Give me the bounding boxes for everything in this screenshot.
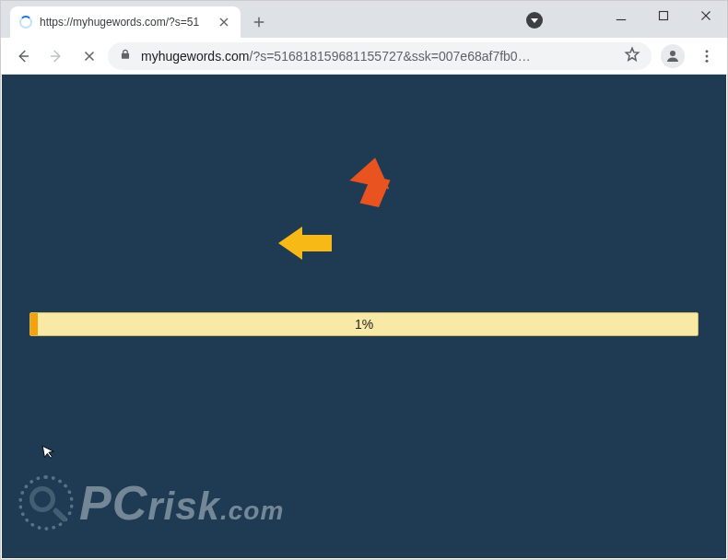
svg-rect-0: [660, 12, 668, 20]
browser-toolbar: myhugewords.com/?s=516818159681155727&ss…: [1, 38, 727, 75]
cursor-icon: [41, 442, 61, 466]
address-bar[interactable]: myhugewords.com/?s=516818159681155727&ss…: [108, 42, 652, 70]
svg-point-1: [670, 51, 675, 56]
browser-titlebar: https://myhugewords.com/?s=51: [1, 1, 727, 38]
page-viewport: 1% PCrisk.com: [2, 75, 726, 558]
new-tab-button[interactable]: [246, 9, 272, 35]
extension-badge-icon[interactable]: [526, 12, 543, 29]
kebab-icon: [699, 48, 715, 64]
close-window-button[interactable]: [685, 1, 727, 30]
watermark-text: PCrisk.com: [79, 475, 284, 531]
tab-title: https://myhugewords.com/?s=51: [40, 16, 209, 29]
stop-reload-button[interactable]: [75, 41, 104, 71]
star-icon: [624, 46, 640, 63]
url-text: myhugewords.com/?s=516818159681155727&ss…: [141, 49, 615, 64]
loading-spinner-icon: [19, 16, 32, 29]
svg-point-2: [706, 50, 709, 52]
watermark: PCrisk.com: [18, 475, 284, 531]
url-host: myhugewords.com: [141, 49, 250, 64]
minimize-icon: [613, 7, 629, 24]
progress-label: 1%: [30, 313, 698, 335]
window-controls: [600, 1, 727, 30]
close-icon: [698, 7, 714, 24]
maximize-icon: [655, 7, 672, 24]
arrow-right-icon: [48, 48, 65, 64]
arrow-left-icon: [15, 48, 31, 64]
bookmark-button[interactable]: [624, 46, 640, 66]
svg-point-3: [706, 54, 709, 57]
menu-button[interactable]: [694, 48, 720, 64]
close-icon: [81, 48, 98, 64]
url-path: /?s=516818159681155727&ssk=007e68af7fb0…: [250, 49, 531, 64]
close-tab-button[interactable]: [217, 15, 231, 29]
back-button[interactable]: [8, 41, 38, 71]
maximize-button[interactable]: [642, 1, 685, 30]
forward-button[interactable]: [41, 41, 71, 71]
close-icon: [217, 14, 231, 30]
minimize-button[interactable]: [600, 1, 642, 30]
person-icon: [664, 48, 681, 64]
watermark-logo-icon: [18, 475, 74, 531]
plus-icon: [251, 14, 267, 30]
profile-button[interactable]: [661, 44, 685, 68]
browser-tab[interactable]: https://myhugewords.com/?s=51: [10, 6, 241, 38]
svg-point-4: [706, 59, 709, 62]
lock-icon: [119, 48, 132, 64]
progress-bar: 1%: [29, 312, 699, 336]
